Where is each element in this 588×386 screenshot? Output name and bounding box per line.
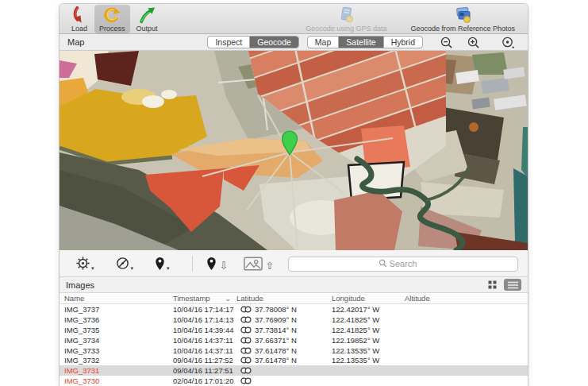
gps-badge-icon (240, 316, 252, 323)
row-longitude: 122.19852° W (328, 336, 401, 345)
table-row[interactable]: IMG_373109/04/16 11:27:51 (60, 365, 528, 376)
table-row[interactable]: IMG_373310/04/16 14:37:1137.61478° N122.… (60, 345, 528, 356)
satellite-map-image (60, 51, 528, 250)
output-button-label: Output (136, 25, 158, 33)
list-view-button[interactable] (504, 279, 521, 291)
show-image-location-button[interactable]: ⇧ (244, 257, 274, 271)
gps-data-document-icon (336, 6, 355, 24)
gps-badge-icon (240, 306, 252, 313)
geocode-reference-photos-button[interactable]: Geocode from Reference Photos (405, 5, 520, 33)
arrow-up-icon: ⇧ (265, 261, 274, 271)
gps-badge-icon (240, 357, 252, 364)
gear-icon (75, 256, 90, 271)
search-field-wrap (288, 256, 518, 271)
map-settings-button[interactable] (498, 35, 518, 49)
row-longitude: 122.13535° W (328, 346, 401, 355)
table-row[interactable]: IMG_373510/04/16 14:39:4437.73814° N122.… (60, 325, 528, 335)
images-panel-title: Images (66, 280, 94, 290)
segment-geocode[interactable]: Geocode (250, 37, 298, 48)
zoom-out-icon (440, 36, 453, 49)
table-row[interactable]: IMG_373610/04/16 17:14:1337.76909° N122.… (60, 315, 528, 325)
sort-indicator-icon: ⌄ (225, 295, 231, 302)
output-icon (138, 6, 156, 24)
images-table-header: Name Timestamp ⌄ Latitude Longitude Alti… (60, 293, 528, 304)
load-icon (71, 6, 88, 24)
table-row[interactable]: IMG_373710/04/16 17:14:1737.78008° N122.… (60, 304, 528, 315)
segment-hybrid[interactable]: Hybrid (384, 37, 422, 48)
row-name: IMG_3732 (60, 356, 169, 365)
row-latitude (233, 377, 328, 384)
gps-badge-icon (240, 367, 252, 374)
toolbar-separator (192, 256, 193, 272)
view-toggle-group (483, 279, 521, 291)
column-header-timestamp[interactable]: Timestamp ⌄ (169, 294, 233, 303)
load-button-label: Load (71, 25, 87, 33)
assign-location-button[interactable]: ⇩ (206, 256, 229, 271)
settings-target-icon (501, 36, 515, 49)
table-row[interactable]: IMG_373209/04/16 11:27:5237.61478° N122.… (60, 355, 528, 365)
process-button[interactable]: Process (94, 5, 130, 33)
row-longitude: 122.41825° W (328, 326, 401, 334)
image-icon (244, 257, 263, 271)
process-button-label: Process (99, 25, 125, 33)
dropdown-arrow-icon: ▾ (167, 265, 170, 271)
row-latitude (233, 367, 328, 374)
pin-icon (154, 256, 166, 271)
row-timestamp: 10/04/16 14:39:44 (169, 326, 233, 334)
images-panel-header: Images (60, 277, 528, 293)
arrow-down-icon: ⇩ (220, 261, 229, 271)
geocode-gps-button-label: Geocode using GPS data (306, 25, 386, 33)
reference-photos-icon (452, 6, 473, 24)
main-toolbar: Load Process Output (60, 4, 528, 34)
grid-view-button[interactable] (483, 279, 501, 291)
row-timestamp: 10/04/16 14:37:11 (169, 336, 233, 345)
compass-dropdown-button[interactable]: ▾ (115, 256, 134, 271)
geocode-gps-button: Geocode using GPS data (301, 5, 391, 33)
row-name: IMG_3735 (60, 326, 169, 334)
segment-satellite[interactable]: Satellite (339, 37, 383, 48)
gps-badge-icon (240, 337, 252, 344)
pin-icon (206, 256, 217, 271)
zoom-out-button[interactable] (436, 35, 456, 49)
dropdown-arrow-icon: ▾ (131, 265, 134, 271)
map-panel-title: Map (67, 37, 84, 47)
row-longitude: 122.42017° W (328, 305, 401, 314)
column-header-latitude[interactable]: Latitude (233, 294, 328, 303)
row-latitude: 37.66371° N (233, 336, 328, 345)
output-button[interactable]: Output (132, 5, 163, 33)
compass-icon (115, 256, 130, 271)
search-input[interactable] (288, 257, 518, 272)
map-settings-dropdown-button[interactable]: ▾ (75, 256, 94, 271)
row-name: IMG_3731 (60, 366, 169, 375)
zoom-in-icon (467, 36, 480, 49)
table-row[interactable]: IMG_373410/04/16 14:37:1137.66371° N122.… (60, 335, 528, 345)
gps-badge-icon (240, 326, 252, 334)
column-header-longitude[interactable]: Longitude (328, 294, 401, 303)
row-name: IMG_3730 (60, 376, 169, 385)
row-name: IMG_3734 (60, 336, 169, 345)
map-view[interactable] (60, 51, 528, 250)
geocode-reference-photos-button-label: Geocode from Reference Photos (410, 25, 515, 33)
images-table-body: IMG_373710/04/16 17:14:1737.78008° N122.… (60, 304, 528, 386)
segment-inspect[interactable]: Inspect (208, 37, 250, 48)
app-window: Load Process Output (60, 4, 528, 386)
process-icon (103, 6, 121, 24)
column-header-altitude[interactable]: Altitude (401, 294, 528, 303)
row-latitude: 37.78008° N (233, 305, 328, 314)
row-latitude: 37.76909° N (233, 315, 328, 324)
pin-dropdown-button[interactable]: ▾ (154, 256, 170, 271)
segment-map[interactable]: Map (308, 37, 339, 48)
zoom-in-button[interactable] (463, 35, 483, 49)
row-timestamp: 09/04/16 11:27:52 (169, 356, 233, 365)
row-timestamp: 02/04/16 17:01:20 (169, 376, 233, 385)
row-longitude: 122.13535° W (328, 356, 401, 365)
column-header-name[interactable]: Name (60, 294, 169, 303)
grid-view-icon (488, 280, 497, 289)
row-name: IMG_3737 (60, 305, 169, 314)
row-latitude: 37.61478° N (233, 346, 328, 355)
row-timestamp: 10/04/16 14:37:11 (169, 346, 233, 355)
map-header-bar: Map Inspect Geocode Map Satellite Hybrid (60, 34, 528, 51)
load-button[interactable]: Load (66, 5, 93, 33)
table-row[interactable]: IMG_373002/04/16 17:01:20 (60, 376, 528, 386)
row-timestamp: 10/04/16 17:14:17 (169, 305, 233, 314)
